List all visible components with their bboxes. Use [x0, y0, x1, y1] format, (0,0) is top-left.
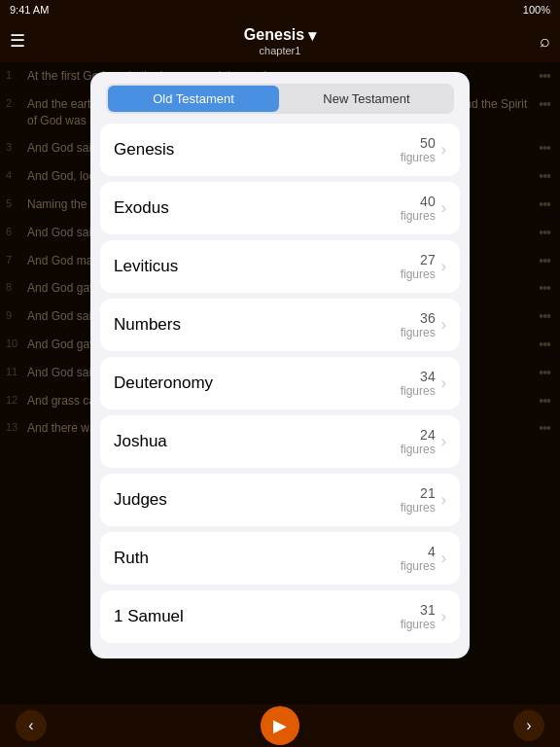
book-name: Ruth	[114, 549, 401, 568]
chevron-right-icon: ›	[441, 258, 446, 275]
list-item[interactable]: Ruth 4 figures ›	[100, 532, 460, 585]
list-item[interactable]: Deuteronomy 34 figures ›	[100, 357, 460, 409]
dropdown-icon: ▾	[308, 26, 316, 45]
books-list: Genesis 50 figures › Exodus 40 figures ›…	[90, 124, 470, 658]
next-icon: ›	[526, 717, 531, 734]
book-name: Numbers	[114, 315, 401, 335]
figures-label: figures	[401, 501, 436, 515]
chevron-right-icon: ›	[441, 199, 446, 217]
book-name: Deuteronomy	[114, 374, 401, 393]
prev-icon: ‹	[28, 717, 33, 734]
book-picker-modal: Old Testament New Testament Genesis 50 f…	[90, 72, 470, 658]
chevron-right-icon: ›	[441, 374, 446, 392]
tab-new-testament[interactable]: New Testament	[281, 86, 452, 112]
figures-count: 36	[401, 310, 436, 326]
next-button[interactable]: ›	[513, 710, 544, 741]
figures-count: 21	[401, 485, 436, 501]
book-name: 1 Samuel	[114, 607, 401, 626]
figures-count: 24	[401, 427, 436, 443]
chevron-right-icon: ›	[441, 433, 446, 450]
status-battery: 100%	[523, 4, 550, 16]
book-figures: 24 figures	[401, 427, 436, 456]
chevron-right-icon: ›	[441, 491, 446, 509]
book-figures: 40 figures	[401, 194, 436, 223]
book-figures: 34 figures	[401, 369, 436, 398]
chevron-right-icon: ›	[441, 316, 446, 334]
book-figures: 21 figures	[401, 485, 436, 515]
prev-button[interactable]: ‹	[16, 710, 47, 741]
chevron-right-icon: ›	[441, 608, 446, 625]
figures-label: figures	[401, 618, 436, 631]
book-name: Judges	[114, 490, 401, 510]
list-item[interactable]: Exodus 40 figures ›	[100, 182, 460, 234]
figures-count: 50	[401, 135, 436, 151]
book-figures: 31 figures	[401, 602, 436, 631]
book-name: Exodus	[114, 198, 401, 218]
figures-count: 40	[401, 194, 436, 209]
figures-label: figures	[401, 326, 436, 339]
play-button[interactable]: ▶	[261, 706, 299, 745]
list-item[interactable]: Genesis 50 figures ›	[100, 124, 460, 176]
book-figures: 27 figures	[401, 252, 436, 281]
book-name: Joshua	[114, 432, 401, 451]
search-button[interactable]: ⌕	[540, 31, 550, 52]
book-title[interactable]: Genesis ▾	[244, 26, 316, 45]
chevron-right-icon: ›	[441, 550, 446, 567]
figures-label: figures	[401, 151, 436, 164]
book-figures: 50 figures	[401, 135, 436, 164]
figures-label: figures	[401, 209, 436, 223]
testament-segmented-control: Old Testament New Testament	[106, 84, 454, 114]
header-title-group: Genesis ▾ chapter1	[244, 26, 316, 56]
figures-count: 27	[401, 252, 436, 267]
tab-old-testament[interactable]: Old Testament	[108, 86, 279, 112]
book-figures: 36 figures	[401, 310, 436, 339]
figures-count: 31	[401, 602, 436, 618]
chevron-right-icon: ›	[441, 141, 446, 159]
book-figures: 4 figures	[401, 544, 436, 573]
menu-button[interactable]: ☰	[10, 30, 25, 52]
list-item[interactable]: Judges 21 figures ›	[100, 474, 460, 526]
figures-label: figures	[401, 384, 436, 398]
modal-overlay[interactable]: Old Testament New Testament Genesis 50 f…	[0, 62, 560, 747]
book-name: Genesis	[114, 140, 401, 160]
bottom-bar: ‹ ▶ ›	[0, 704, 560, 747]
status-bar: 9:41 AM 100%	[0, 0, 560, 19]
list-item[interactable]: Numbers 36 figures ›	[100, 299, 460, 351]
list-item[interactable]: Joshua 24 figures ›	[100, 415, 460, 468]
chapter-subtitle: chapter1	[244, 45, 316, 56]
list-item[interactable]: Leviticus 27 figures ›	[100, 240, 460, 293]
figures-count: 34	[401, 369, 436, 384]
figures-label: figures	[401, 559, 436, 573]
header: ☰ Genesis ▾ chapter1 ⌕	[0, 19, 560, 62]
book-name: Leviticus	[114, 257, 401, 276]
play-icon: ▶	[273, 715, 287, 736]
figures-label: figures	[401, 267, 436, 281]
figures-label: figures	[401, 443, 436, 456]
status-time: 9:41 AM	[10, 4, 49, 16]
figures-count: 4	[401, 544, 436, 559]
list-item[interactable]: 1 Samuel 31 figures ›	[100, 590, 460, 643]
